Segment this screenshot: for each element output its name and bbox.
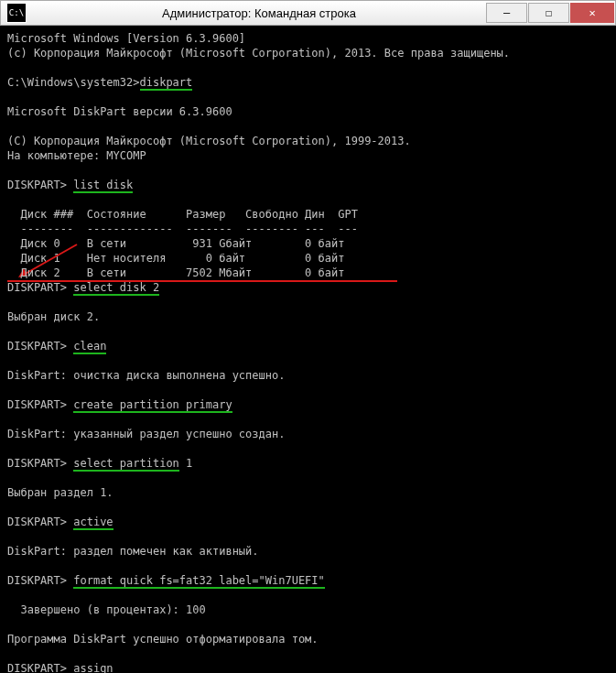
table-sep: -------- ------------- ------- -------- …: [7, 223, 358, 235]
text: Microsoft Windows [Version 6.3.9600]: [7, 32, 245, 45]
cmd-listdisk: list disk: [73, 179, 133, 193]
text: На компьютере: MYCOMP: [7, 149, 146, 162]
output: Программа DiskPart успешно отформатирова…: [7, 633, 319, 646]
prompt: DISKPART>: [7, 179, 73, 191]
minimize-button[interactable]: —: [486, 3, 527, 23]
cmd-diskpart: diskpart: [140, 76, 193, 91]
text: (C) Корпорация Майкрософт (Microsoft Cor…: [7, 135, 411, 147]
cmd-selectdisk: select disk 2: [73, 281, 159, 296]
cmd-clean: clean: [73, 340, 106, 354]
table-row: Диск 1 Нет носителя 0 байт 0 байт: [7, 252, 397, 265]
prompt: C:\Windows\system32>: [7, 76, 140, 89]
prompt: DISKPART>: [7, 457, 73, 470]
output: DiskPart: раздел помечен как активный.: [7, 545, 259, 558]
prompt: DISKPART>: [7, 398, 73, 411]
prompt: DISKPART>: [7, 574, 73, 587]
close-button[interactable]: ✕: [570, 3, 614, 23]
cmd-arg: 1: [179, 457, 192, 470]
titlebar: C:\ Администратор: Командная строка — ☐ …: [0, 0, 616, 26]
text: (с) Корпорация Майкрософт (Microsoft Cor…: [7, 47, 510, 60]
table-header: Диск ### Состояние Размер Свободно Дин G…: [7, 208, 358, 221]
output: Выбран диск 2.: [7, 310, 100, 323]
prompt: DISKPART>: [7, 662, 73, 673]
cmd-format: format quick fs=fat32 label="Win7UEFI": [73, 574, 325, 589]
maximize-button[interactable]: ☐: [528, 3, 569, 23]
output: DiskPart: очистка диска выполнена успешн…: [7, 369, 285, 382]
cmd-createpart: create partition primary: [73, 398, 232, 413]
text: Microsoft DiskPart версии 6.3.9600: [7, 105, 232, 118]
prompt: DISKPART>: [7, 340, 73, 353]
prompt: DISKPART>: [7, 516, 73, 528]
prompt: DISKPART>: [7, 281, 73, 294]
window-title: Администратор: Командная строка: [32, 6, 486, 20]
cmd-active: active: [73, 516, 113, 530]
table-row: Диск 0 В сети 931 Gбайт 0 байт: [7, 237, 397, 250]
cmd-selectpart: select partition: [73, 457, 179, 472]
terminal-area[interactable]: Microsoft Windows [Version 6.3.9600] (с)…: [0, 26, 616, 673]
output: Завершено (в процентах): 100: [7, 603, 206, 616]
cmd-assign: assign: [73, 662, 113, 673]
cmd-icon: C:\: [6, 3, 27, 23]
output: Выбран раздел 1.: [7, 486, 113, 499]
table-row-selected: Диск 2 В сети 7502 Mбайт 0 байт: [7, 266, 397, 280]
output: DiskPart: указанный раздел успешно созда…: [7, 428, 285, 440]
